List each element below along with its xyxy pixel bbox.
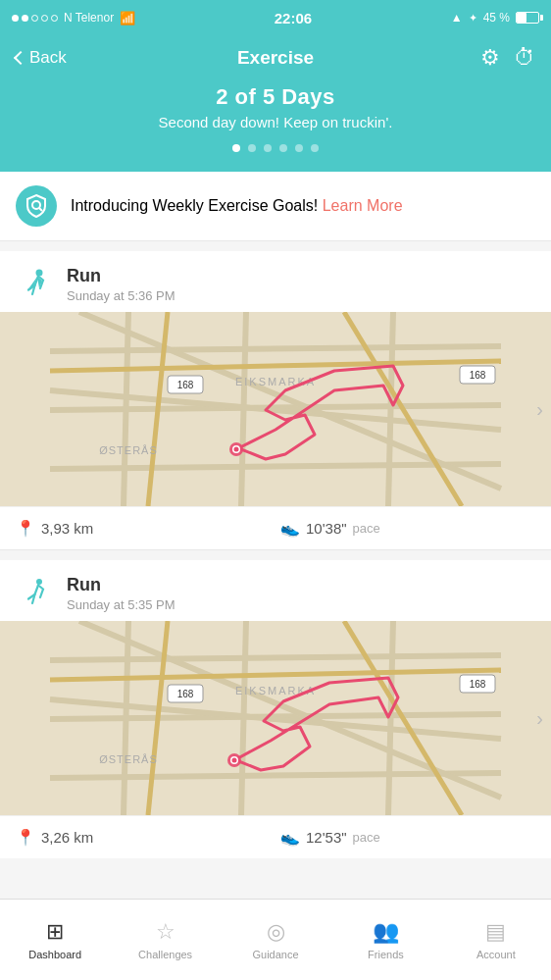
banner: 2 of 5 Days Second day down! Keep on tru… xyxy=(0,84,551,172)
goal-link[interactable]: Learn More xyxy=(323,197,403,214)
page-dots xyxy=(20,144,531,152)
account-icon: ▤ xyxy=(485,919,506,945)
svg-text:168: 168 xyxy=(470,679,486,690)
battery-fill xyxy=(517,13,526,23)
run-map-1[interactable]: 168 168 EIKSMARKA ØSTERÅS › xyxy=(0,312,551,506)
status-bar: N Telenor 📶 22:06 ▲ ✦ 45 % xyxy=(0,0,551,35)
carrier-name: N Telenor xyxy=(64,11,114,25)
signal-dot-2 xyxy=(22,15,28,22)
svg-text:ØSTERÅS: ØSTERÅS xyxy=(99,753,158,765)
banner-title: 2 of 5 Days xyxy=(20,84,531,110)
run-map-2[interactable]: 168 168 EIKSMARKA ØSTERÅS › xyxy=(0,621,551,815)
svg-point-0 xyxy=(32,201,40,209)
run-title-2: Run xyxy=(67,575,175,595)
status-right: ▲ ✦ 45 % xyxy=(451,11,539,25)
chevron-left-icon xyxy=(14,51,27,65)
svg-point-24 xyxy=(234,447,239,452)
location-pin-icon-1: 📍 xyxy=(16,519,35,538)
tab-challenges[interactable]: ☆ Challenges xyxy=(110,900,220,980)
dot-5 xyxy=(295,144,303,152)
map-chevron-1[interactable]: › xyxy=(536,398,543,421)
tab-dashboard[interactable]: ⊞ Dashboard xyxy=(0,900,110,980)
exercise-shield-icon xyxy=(24,193,49,219)
run-card-2: Run Sunday at 5:35 PM xyxy=(0,560,551,858)
run-title-1: Run xyxy=(67,266,175,286)
header-title: Exercise xyxy=(237,47,314,69)
divider-1 xyxy=(0,549,551,550)
run-stats-2: 📍 3,26 km 👟 12'53" pace xyxy=(0,815,551,858)
dot-3 xyxy=(264,144,272,152)
tab-account-label: Account xyxy=(476,949,516,960)
tab-guidance[interactable]: ◎ Guidance xyxy=(221,900,330,980)
goal-text: Introducing Weekly Exercise Goals! Learn… xyxy=(71,197,403,215)
status-left: N Telenor 📶 xyxy=(12,11,135,26)
svg-text:168: 168 xyxy=(177,689,194,699)
runner-icon-1 xyxy=(16,265,55,304)
challenges-icon: ☆ xyxy=(156,919,175,945)
status-time: 22:06 xyxy=(275,10,312,26)
run-info-2: Run Sunday at 5:35 PM xyxy=(67,575,175,612)
pace-label-2: pace xyxy=(353,830,380,845)
run-header-1: Run Sunday at 5:36 PM xyxy=(0,251,551,312)
battery-icon xyxy=(516,12,539,24)
signal-dots xyxy=(12,15,58,22)
goal-banner: Introducing Weekly Exercise Goals! Learn… xyxy=(0,172,551,241)
bluetooth-icon: ✦ xyxy=(469,12,477,25)
svg-point-25 xyxy=(36,579,42,585)
goal-intro-text: Introducing Weekly Exercise Goals! xyxy=(71,197,318,214)
tab-bar: ⊞ Dashboard ☆ Challenges ◎ Guidance 👥 Fr… xyxy=(0,899,551,980)
back-button[interactable]: Back xyxy=(16,48,67,68)
banner-subtitle: Second day down! Keep on truckin'. xyxy=(20,114,531,130)
pace-value-2: 12'53" xyxy=(306,829,347,846)
run-info-1: Run Sunday at 5:36 PM xyxy=(67,266,175,303)
run-timestamp-1: Sunday at 5:36 PM xyxy=(67,288,175,303)
guidance-icon: ◎ xyxy=(267,919,285,945)
distance-value-1: 3,93 km xyxy=(41,520,93,537)
dot-4 xyxy=(279,144,287,152)
run-header-2: Run Sunday at 5:35 PM xyxy=(0,560,551,621)
location-pin-icon-2: 📍 xyxy=(16,828,35,847)
signal-dot-3 xyxy=(31,15,38,22)
run-stats-1: 📍 3,93 km 👟 10'38" pace xyxy=(0,506,551,549)
timer-icon[interactable]: ⏱ xyxy=(514,45,535,71)
dot-2 xyxy=(248,144,256,152)
run-distance-1: 📍 3,93 km xyxy=(16,519,271,538)
wifi-icon: 📶 xyxy=(120,11,135,26)
shoe-icon-2: 👟 xyxy=(280,828,300,847)
tab-challenges-label: Challenges xyxy=(138,949,192,960)
friends-icon: 👥 xyxy=(373,919,399,945)
dashboard-icon: ⊞ xyxy=(46,919,64,945)
map-chevron-2[interactable]: › xyxy=(536,707,543,730)
content-scroll: Introducing Weekly Exercise Goals! Learn… xyxy=(0,172,551,947)
svg-point-3 xyxy=(36,270,42,276)
location-icon: ▲ xyxy=(451,11,463,25)
svg-text:168: 168 xyxy=(470,370,486,381)
pace-value-1: 10'38" xyxy=(306,520,347,537)
svg-text:ØSTERÅS: ØSTERÅS xyxy=(99,444,158,456)
dot-6 xyxy=(311,144,319,152)
goal-icon-wrap xyxy=(16,185,57,227)
tab-friends[interactable]: 👥 Friends xyxy=(330,900,440,980)
run-pace-2: 👟 12'53" pace xyxy=(280,828,535,847)
pace-label-1: pace xyxy=(353,521,380,536)
tab-account[interactable]: ▤ Account xyxy=(441,900,551,980)
signal-dot-5 xyxy=(51,15,58,22)
run-card-1: Run Sunday at 5:36 PM xyxy=(0,251,551,549)
signal-dot-4 xyxy=(41,15,48,22)
distance-value-2: 3,26 km xyxy=(41,829,93,846)
run-timestamp-2: Sunday at 5:35 PM xyxy=(67,597,175,612)
run-distance-2: 📍 3,26 km xyxy=(16,828,271,847)
tab-dashboard-label: Dashboard xyxy=(28,949,81,960)
runner-icon-2 xyxy=(16,574,55,613)
svg-point-46 xyxy=(232,758,237,763)
dot-1 xyxy=(232,144,240,152)
signal-dot-1 xyxy=(12,15,19,22)
gear-icon[interactable]: ⚙ xyxy=(480,45,500,71)
back-label: Back xyxy=(29,48,67,68)
tab-guidance-label: Guidance xyxy=(252,949,298,960)
battery-percent: 45 % xyxy=(483,11,510,25)
header-icons: ⚙ ⏱ xyxy=(480,45,535,71)
header: Back Exercise ⚙ ⏱ xyxy=(0,35,551,84)
shoe-icon-1: 👟 xyxy=(280,519,300,538)
run-pace-1: 👟 10'38" pace xyxy=(280,519,535,538)
